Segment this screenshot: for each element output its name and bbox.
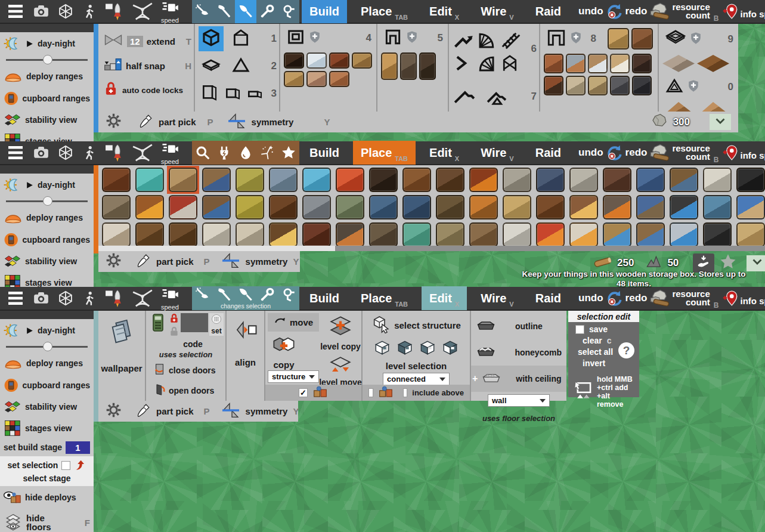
cabinet-item[interactable] — [102, 168, 131, 192]
stone-fireplace-item[interactable] — [503, 168, 531, 192]
help-button[interactable]: ? — [618, 342, 634, 358]
sprinkler-item[interactable] — [670, 222, 698, 246]
sleeping-bag-item[interactable] — [135, 168, 164, 192]
menu-icon[interactable] — [6, 2, 25, 21]
cube-wire-icon[interactable] — [57, 290, 74, 307]
sidebar-item-deploy-ranges[interactable]: deploy ranges — [0, 207, 94, 228]
grinder-item[interactable] — [603, 222, 631, 246]
info-spots-button[interactable]: info spots — [722, 289, 765, 307]
part-pick-icon[interactable] — [138, 113, 153, 131]
resource-count-button[interactable]: resourcecount — [672, 3, 710, 20]
info-spots-button[interactable]: info spots — [722, 144, 765, 162]
code-input[interactable] — [181, 313, 208, 332]
armored-door-item[interactable] — [419, 52, 436, 80]
code-set-button[interactable]: set — [209, 313, 224, 336]
speed-camera-button[interactable]: speed — [161, 286, 179, 310]
level-move-button[interactable]: level move — [320, 350, 361, 387]
wallpaper-icon[interactable] — [108, 318, 135, 348]
set-selection-checkbox[interactable] — [61, 461, 70, 470]
chainlink-wall-item[interactable] — [588, 76, 608, 95]
save-checkbox[interactable] — [575, 325, 584, 334]
locker-item[interactable] — [302, 195, 331, 219]
glass-window-item[interactable] — [306, 52, 327, 69]
vending-machine-item[interactable] — [302, 168, 331, 192]
rocket-camera-icon[interactable] — [104, 2, 124, 21]
collapse-place-button[interactable] — [747, 255, 765, 271]
tool-sparkler[interactable] — [256, 141, 278, 165]
research-table-item[interactable] — [369, 222, 398, 246]
table-item[interactable] — [236, 168, 264, 192]
level-mode-4-button[interactable] — [441, 338, 460, 360]
tool-hatchet[interactable] — [213, 0, 235, 23]
sidebar-item-set-selection[interactable]: set selection — [0, 457, 94, 473]
slider-knob[interactable] — [43, 55, 52, 64]
shelves-item[interactable] — [202, 222, 231, 246]
tarp-catcher-item[interactable] — [636, 195, 665, 219]
tool-trowel[interactable] — [235, 286, 256, 303]
shape-triangle[interactable] — [228, 54, 253, 79]
slider-knob[interactable] — [43, 196, 52, 206]
small-box-item[interactable] — [402, 222, 431, 246]
sofa-item[interactable] — [436, 195, 464, 219]
resource-pile-icon[interactable] — [647, 0, 670, 23]
sidebar-item-stability-view[interactable]: stability view — [0, 397, 94, 417]
sidebar-item-day-night[interactable]: day-night — [0, 320, 94, 341]
tool-toolgun[interactable] — [278, 0, 299, 23]
metal-bar-window-item[interactable] — [284, 52, 304, 69]
symmetry-label[interactable]: symmetry — [246, 256, 288, 267]
walk-person-icon[interactable] — [81, 290, 97, 307]
triangle-planter-item[interactable] — [736, 195, 765, 219]
fuel-tank-item[interactable] — [169, 195, 197, 219]
valve-item[interactable] — [703, 222, 732, 246]
day-night-slider[interactable] — [6, 55, 88, 64]
menu-icon[interactable] — [6, 289, 25, 308]
wall-lamp-item[interactable] — [269, 195, 298, 219]
triangle-frame-icon[interactable] — [665, 76, 684, 98]
sidebar-item-day-night[interactable]: day-night — [0, 175, 94, 195]
rocking-chair-item[interactable] — [536, 195, 565, 219]
metal-grill-wall-item[interactable] — [544, 76, 563, 95]
tab-raid[interactable]: Raid — [528, 0, 569, 23]
double-sheet-door-item[interactable] — [631, 28, 653, 50]
level-mode-1-button[interactable] — [373, 338, 392, 360]
sidebar-item-cupboard-ranges[interactable]: cupboard ranges — [0, 230, 94, 250]
stone-floor-item[interactable] — [662, 55, 695, 73]
sidebar-item-stages-view[interactable]: stages view — [0, 131, 94, 141]
concrete-mixer-item[interactable] — [636, 222, 665, 246]
shape-wall[interactable] — [228, 26, 253, 51]
part-pick-icon[interactable] — [135, 253, 151, 271]
sidebar-item-select-stage[interactable]: select stage — [0, 473, 94, 484]
sheet-metal-door-item[interactable] — [400, 52, 417, 80]
lantern-item[interactable] — [269, 222, 298, 246]
pallet-item[interactable] — [736, 222, 765, 246]
open-doors-button[interactable]: open doors — [146, 378, 225, 398]
symmetry-icon[interactable] — [227, 112, 246, 133]
floor-heater-item[interactable] — [469, 195, 498, 219]
tab-build[interactable]: Build — [302, 0, 347, 23]
undo-button[interactable]: undo — [578, 147, 603, 159]
wood-storage-box-item[interactable] — [169, 168, 197, 192]
resource-count-button[interactable]: resourcecount — [672, 290, 710, 307]
align-icon[interactable] — [234, 318, 258, 344]
straight-stairs-icon[interactable] — [500, 29, 522, 53]
settings-button[interactable] — [106, 402, 122, 420]
symmetry-icon[interactable] — [221, 251, 240, 273]
shop-front-item[interactable] — [566, 54, 586, 73]
gyrocopter-icon[interactable] — [131, 287, 154, 310]
wall-frame-icon[interactable] — [546, 27, 566, 50]
part-pick-label[interactable]: part pick — [156, 406, 194, 416]
select-deployables-checkbox[interactable] — [368, 388, 373, 397]
lock-unlocked-icon[interactable] — [169, 326, 179, 339]
shelf-unit-item[interactable] — [402, 168, 431, 192]
tab-place[interactable]: PlaceTAB — [353, 141, 416, 165]
undo-redo-icon[interactable] — [606, 290, 623, 307]
spiral-stairs-icon[interactable] — [476, 29, 498, 53]
sidebar-item-set-build-stage[interactable]: set build stage1 — [0, 440, 94, 455]
small-stove-item[interactable] — [569, 168, 598, 192]
sidebar-item-stability-view[interactable]: stability view — [0, 251, 94, 271]
armored-panel-wall-item[interactable] — [632, 76, 652, 95]
doorway-icon[interactable] — [383, 27, 402, 49]
wood-floor-item[interactable] — [697, 55, 729, 73]
walk-person-icon[interactable] — [81, 4, 97, 20]
tab-wire[interactable]: WireV — [473, 286, 522, 310]
